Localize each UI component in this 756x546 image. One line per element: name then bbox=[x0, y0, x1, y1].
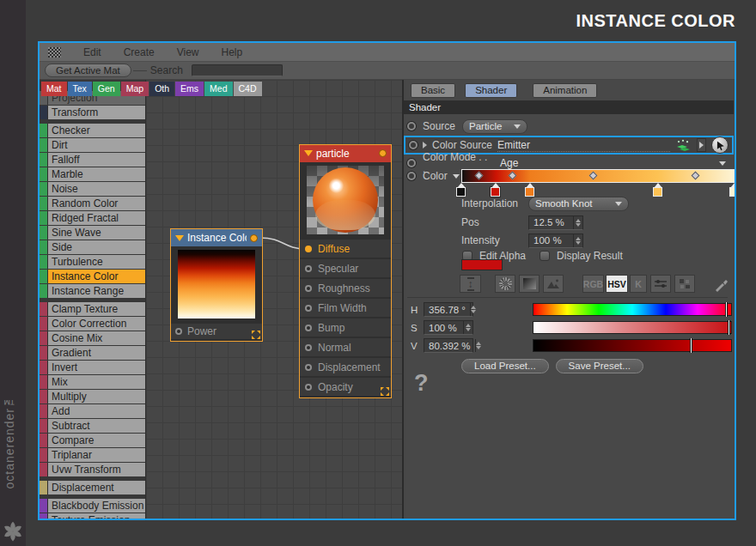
category-tab-oth[interactable]: Oth bbox=[149, 82, 174, 96]
node-list-item[interactable]: Mix bbox=[40, 375, 145, 389]
keyframe-dot-icon[interactable] bbox=[407, 122, 416, 130]
gradient-midpoint-handle[interactable] bbox=[691, 172, 699, 180]
input-port-icon[interactable] bbox=[305, 285, 312, 292]
gradient-mode-icon[interactable] bbox=[519, 275, 540, 293]
s-slider-marker[interactable] bbox=[728, 320, 730, 335]
input-port-icon[interactable] bbox=[305, 246, 312, 252]
node-list-item[interactable]: Triplanar bbox=[40, 448, 145, 462]
spinner-arrows-icon[interactable] bbox=[573, 216, 582, 229]
input-port-icon[interactable] bbox=[305, 265, 312, 272]
particle-material-node[interactable]: particle DiffuseSpecularRoughnessFilm Wi… bbox=[299, 144, 392, 398]
node-list-item[interactable]: Instance Color bbox=[40, 270, 145, 283]
node-list-item[interactable]: Cosine Mix bbox=[40, 331, 145, 345]
particle-input-opacity[interactable]: Opacity bbox=[300, 378, 391, 396]
instance-color-node-header[interactable]: Instance Color bbox=[171, 229, 262, 246]
tab-basic[interactable]: Basic bbox=[411, 83, 455, 98]
rgb-mode-button[interactable]: RGB bbox=[582, 275, 604, 293]
k-mode-button[interactable]: K bbox=[630, 275, 647, 293]
output-port-icon[interactable] bbox=[250, 234, 258, 242]
input-port-icon[interactable] bbox=[305, 325, 312, 331]
node-list-item[interactable]: Blackbody Emission bbox=[40, 499, 145, 513]
resize-grip-icon[interactable] bbox=[252, 331, 260, 339]
node-list-item[interactable]: Add bbox=[40, 404, 145, 418]
current-color-swatch[interactable] bbox=[461, 259, 503, 270]
source-dropdown[interactable]: Particle bbox=[462, 119, 527, 134]
hue-spinner[interactable]: 356.78 ° bbox=[424, 302, 473, 317]
particle-node-header[interactable]: particle bbox=[300, 145, 391, 162]
gradient-midpoint-handle[interactable] bbox=[474, 172, 483, 180]
menu-help[interactable]: Help bbox=[222, 46, 243, 58]
node-list-item[interactable]: Uvw Transform bbox=[40, 463, 145, 476]
particle-input-film-width[interactable]: Film Width bbox=[300, 299, 391, 317]
saturation-slider[interactable] bbox=[533, 321, 732, 334]
load-preset-button[interactable]: Load Preset... bbox=[461, 359, 549, 373]
image-mode-icon[interactable] bbox=[543, 275, 564, 293]
link-options-button[interactable] bbox=[697, 138, 706, 152]
intensity-spinner[interactable]: 100 % bbox=[528, 234, 583, 248]
instance-color-node[interactable]: Instance Color Power bbox=[170, 228, 263, 342]
v-slider-marker[interactable] bbox=[690, 338, 692, 353]
node-list-item[interactable]: Dirt bbox=[40, 138, 145, 152]
node-list-item[interactable]: Random Color bbox=[40, 197, 145, 210]
node-list-item[interactable]: Displacement bbox=[40, 481, 145, 494]
node-list-item[interactable]: Compare bbox=[40, 434, 145, 447]
keyframe-dot-icon[interactable] bbox=[407, 159, 416, 167]
input-port-icon[interactable] bbox=[305, 344, 312, 351]
output-port-icon[interactable] bbox=[379, 149, 387, 157]
particle-input-roughness[interactable]: Roughness bbox=[300, 279, 391, 297]
category-tab-med[interactable]: Med bbox=[204, 82, 232, 96]
h-slider-marker[interactable] bbox=[725, 302, 728, 317]
node-list-item[interactable]: Texture Emission bbox=[40, 513, 145, 519]
node-list-item[interactable]: Subtract bbox=[40, 419, 145, 433]
expand-triangle-icon[interactable] bbox=[423, 142, 427, 149]
interpolation-dropdown[interactable]: Smooth Knot bbox=[528, 197, 629, 211]
particle-input-normal[interactable]: Normal bbox=[300, 338, 391, 356]
node-list-item[interactable]: Falloff bbox=[40, 153, 145, 167]
eyedropper-icon[interactable] bbox=[711, 275, 732, 293]
node-list-item[interactable]: Turbulence bbox=[40, 255, 145, 269]
category-tab-ems[interactable]: Ems bbox=[175, 82, 204, 96]
collapse-triangle-icon[interactable] bbox=[304, 150, 313, 156]
gradient-midpoint-handle[interactable] bbox=[509, 172, 517, 180]
node-graph-canvas[interactable]: Instance Color Power particl bbox=[146, 80, 402, 519]
particle-input-displacement[interactable]: Displacement bbox=[300, 358, 391, 376]
node-list-item[interactable]: Marble bbox=[40, 167, 145, 181]
value-slider[interactable] bbox=[533, 339, 732, 352]
power-input-row[interactable]: Power bbox=[171, 324, 262, 339]
gradient-ramp[interactable] bbox=[461, 169, 735, 183]
chevron-down-icon[interactable] bbox=[453, 174, 460, 179]
collapse-triangle-icon[interactable] bbox=[175, 235, 184, 241]
node-list-item[interactable]: Noise bbox=[40, 182, 145, 196]
value-spinner[interactable]: 80.392 % bbox=[424, 338, 473, 353]
input-port-icon[interactable] bbox=[305, 364, 312, 371]
spinner-arrows-icon[interactable] bbox=[463, 321, 472, 334]
saturation-spinner[interactable]: 100 % bbox=[424, 320, 473, 335]
particle-input-diffuse[interactable]: Diffuse bbox=[300, 240, 391, 258]
category-tab-tex[interactable]: Tex bbox=[68, 82, 92, 96]
particle-input-specular[interactable]: Specular bbox=[300, 259, 391, 277]
tab-animation[interactable]: Animation bbox=[533, 83, 597, 98]
help-question-mark[interactable]: ? bbox=[414, 370, 429, 397]
hsv-mode-button[interactable]: HSV bbox=[606, 275, 628, 293]
node-list-item[interactable]: Transform bbox=[40, 106, 145, 119]
spinner-arrows-icon[interactable] bbox=[573, 234, 582, 247]
search-input[interactable] bbox=[192, 64, 283, 76]
node-list-item[interactable]: Ridged Fractal bbox=[40, 211, 145, 225]
color-source-link-field[interactable]: Emitter bbox=[497, 139, 670, 152]
category-tab-gen[interactable]: Gen bbox=[93, 82, 120, 96]
pos-spinner[interactable]: 12.5 % bbox=[528, 215, 583, 230]
keyframe-dot-icon[interactable] bbox=[409, 141, 418, 149]
mixer-mode-icon[interactable] bbox=[650, 275, 671, 293]
hue-slider[interactable] bbox=[533, 303, 732, 316]
category-tab-c4d[interactable]: C4D bbox=[234, 82, 262, 96]
particle-input-bump[interactable]: Bump bbox=[300, 318, 391, 337]
node-list-item[interactable]: Invert bbox=[40, 361, 145, 374]
color-mode-value[interactable]: Age bbox=[500, 157, 518, 169]
menu-view[interactable]: View bbox=[177, 46, 199, 58]
node-list-item[interactable]: Color Correction bbox=[40, 317, 145, 331]
menu-edit[interactable]: Edit bbox=[83, 46, 101, 58]
category-tab-map[interactable]: Map bbox=[121, 82, 149, 96]
node-list-item[interactable]: Checker bbox=[40, 124, 145, 137]
resize-grip-icon[interactable] bbox=[381, 387, 389, 396]
color-wheel-icon[interactable] bbox=[495, 275, 515, 293]
